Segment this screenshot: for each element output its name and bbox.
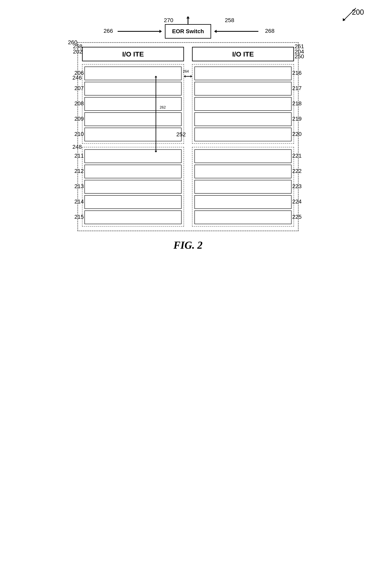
module-box-223 (194, 180, 291, 194)
diagram-container: EOR Switch 258 270 266 268 260 (77, 16, 299, 251)
module-box-209 (85, 112, 182, 126)
module-214: 214 (85, 195, 182, 209)
left-group2: 248 211 212 213 (82, 147, 184, 227)
right-group1: 216 217 218 219 (192, 64, 294, 144)
ref-212: 212 (75, 168, 84, 174)
ref-225: 225 (292, 214, 301, 220)
module-213: 213 (85, 180, 182, 194)
ref-216: 216 (292, 70, 301, 76)
ref-207: 207 (75, 85, 84, 92)
ref-208: 208 (75, 100, 84, 107)
ref-217: 217 (292, 85, 301, 92)
module-box-212 (85, 165, 182, 178)
ref-215: 215 (75, 214, 84, 220)
ref-213: 213 (75, 183, 84, 189)
ref-209: 209 (75, 116, 84, 122)
left-ite-header: I/O ITE (82, 47, 184, 61)
module-218: 218 (194, 97, 291, 111)
ref-258-eor: 258 (225, 17, 234, 23)
module-box-218 (194, 97, 291, 111)
left-column: 258 202 I/O ITE 246 206 207 (82, 47, 184, 227)
module-box-219 (194, 112, 291, 126)
ref-210: 210 (75, 131, 84, 137)
ref-224: 224 (292, 199, 301, 205)
module-217: 217 (194, 82, 291, 95)
ref-222: 222 (292, 168, 301, 174)
svg-line-0 (344, 8, 356, 20)
module-box-206 (85, 66, 182, 80)
ref-248: 248 (72, 144, 82, 150)
ref-250: 250 (295, 53, 304, 60)
module-209: 209 (85, 112, 182, 126)
ref-211: 211 (75, 153, 84, 159)
module-225: 225 (194, 210, 291, 224)
module-box-210 (85, 128, 182, 141)
ref-220: 220 (292, 131, 301, 137)
ref-218: 218 (292, 100, 301, 107)
module-box-221 (194, 149, 291, 163)
left-group1: 246 206 207 208 (82, 64, 184, 144)
module-207: 207 (85, 82, 182, 95)
ref-219: 219 (292, 116, 301, 122)
ref-206: 206 (75, 70, 84, 76)
arrow-200-svg (340, 4, 364, 24)
module-box-213 (85, 180, 182, 194)
ref-270: 270 (164, 17, 173, 23)
right-column: 261 204 250 I/O ITE 216 217 (192, 47, 294, 227)
module-223: 223 (194, 180, 291, 194)
module-210: 210 (85, 128, 182, 141)
module-box-225 (194, 210, 291, 224)
module-206: 206 (85, 66, 182, 80)
module-box-215 (85, 210, 182, 224)
module-220: 220 (194, 128, 291, 141)
module-box-208 (85, 97, 182, 111)
columns-row: 258 202 I/O ITE 246 206 207 (82, 47, 294, 227)
module-216: 216 (194, 66, 291, 80)
main-outer-box: 260 258 202 I/O ITE 246 206 (77, 42, 299, 231)
figure-label: FIG. 2 (77, 239, 299, 251)
module-box-220 (194, 128, 291, 141)
svg-marker-5 (160, 30, 162, 33)
module-box-211 (85, 149, 182, 163)
svg-marker-3 (186, 16, 190, 19)
svg-marker-7 (214, 30, 216, 33)
svg-marker-9 (184, 75, 186, 78)
ref-202: 202 (73, 48, 82, 55)
module-208: 208 (85, 97, 182, 111)
module-box-217 (194, 82, 291, 95)
module-221: 221 (194, 149, 291, 163)
module-box-224 (194, 195, 291, 209)
ref-266: 266 (104, 28, 113, 34)
module-box-216 (194, 66, 291, 80)
module-box-207 (85, 82, 182, 95)
module-219: 219 (194, 112, 291, 126)
eor-switch-box: EOR Switch (165, 24, 211, 39)
module-215: 215 (85, 210, 182, 224)
right-group2: 252 221 222 223 (192, 147, 294, 227)
ref-221: 221 (292, 153, 301, 159)
module-box-214 (85, 195, 182, 209)
module-211: 211 (85, 149, 182, 163)
module-box-222 (194, 165, 291, 178)
eor-switch-area: EOR Switch 258 270 266 268 (77, 16, 299, 42)
module-224: 224 (194, 195, 291, 209)
right-ite-header: I/O ITE (192, 47, 294, 61)
ref-252: 252 (176, 131, 186, 138)
ref-223: 223 (292, 183, 301, 189)
ref-268: 268 (265, 28, 274, 34)
module-212: 212 (85, 165, 182, 178)
module-222: 222 (194, 165, 291, 178)
ref-214: 214 (75, 199, 84, 205)
